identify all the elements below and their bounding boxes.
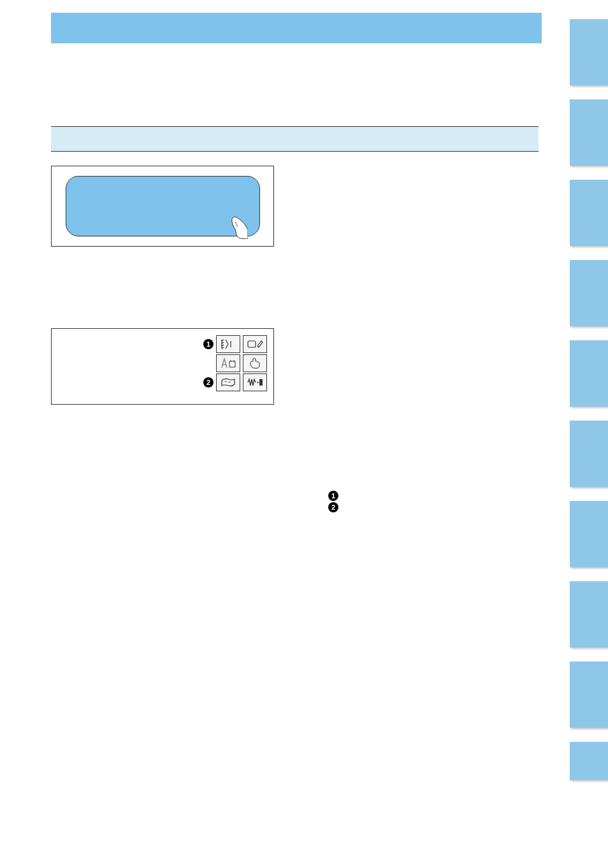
side-tab-6[interactable] <box>570 421 608 487</box>
callout-marker-2: 2 <box>203 377 214 387</box>
wave-stitch-icon[interactable] <box>243 373 267 391</box>
side-tab-5[interactable] <box>570 340 608 407</box>
callout-marker-1: 1 <box>203 339 214 349</box>
header-banner <box>51 13 542 43</box>
side-tab-7[interactable] <box>570 501 608 567</box>
text-font-icon[interactable] <box>216 354 240 372</box>
finger-pointer-icon <box>229 217 248 239</box>
callout-num-2: 2 <box>328 502 338 512</box>
side-tab-2[interactable] <box>570 99 608 166</box>
hand-select-icon[interactable] <box>243 354 267 372</box>
callout-item-1: 1 <box>328 491 342 501</box>
callout-item-2: 2 <box>328 502 342 512</box>
section-tabs <box>570 19 608 780</box>
callout-legend: 1 2 <box>328 491 342 514</box>
side-tab-8[interactable] <box>570 581 608 647</box>
side-tab-10[interactable] <box>570 742 608 780</box>
figure-touch-screen <box>51 166 274 247</box>
icon-row-2 <box>203 354 267 372</box>
icon-row-1: 1 <box>203 335 267 353</box>
callout-num-1: 1 <box>328 491 338 501</box>
svg-rect-1 <box>229 361 235 367</box>
stitch-pattern-icon[interactable] <box>216 335 240 353</box>
side-tab-4[interactable] <box>570 260 608 326</box>
edit-draw-icon[interactable] <box>243 335 267 353</box>
fabric-layer-icon[interactable] <box>216 373 240 391</box>
icon-row-3: 2 <box>203 373 267 391</box>
section-banner <box>51 126 539 152</box>
side-tab-9[interactable] <box>570 662 608 728</box>
side-tab-3[interactable] <box>570 180 608 246</box>
svg-rect-2 <box>259 379 263 386</box>
svg-rect-0 <box>248 341 256 347</box>
side-tab-1[interactable] <box>570 19 608 85</box>
figure-icon-menu: 1 2 <box>51 328 274 405</box>
display-screen <box>66 176 260 236</box>
